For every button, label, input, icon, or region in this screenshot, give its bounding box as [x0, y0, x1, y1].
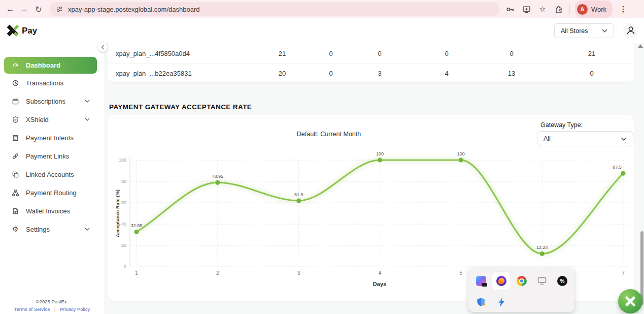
dashboard-gauge-icon	[11, 61, 19, 70]
security-shield-warning-icon[interactable]	[476, 297, 486, 307]
linked-accounts-overlap-icon	[11, 170, 19, 178]
terms-of-service-link[interactable]: Terms of Service	[14, 306, 50, 312]
table-cell: 21	[577, 49, 607, 57]
xshield-shield-icon	[11, 115, 19, 123]
chevron-down-icon	[602, 29, 607, 33]
person-icon	[626, 25, 636, 36]
store-selector-value: All Stores	[561, 27, 588, 35]
system-tray-popup: %	[468, 268, 574, 312]
sidebar-item-xshield[interactable]: XShield	[0, 110, 104, 129]
plan-id: xpay_plan_...4f5850a0d4	[116, 49, 190, 57]
svg-text:60: 60	[121, 200, 126, 205]
address-bar[interactable]: xpay-app-stage.postexglobal.com/dashboar…	[50, 2, 499, 16]
plan-id: xpay_plan_...b22ea35831	[116, 70, 192, 77]
url-text: xpay-app-stage.postexglobal.com/dashboar…	[68, 6, 199, 13]
svg-text:100: 100	[376, 151, 384, 156]
xpay-x-mark-icon	[6, 24, 20, 38]
payment-links-link-icon	[11, 152, 19, 160]
transactions-clock-icon	[11, 79, 19, 87]
sidebar-item-label: Settings	[26, 226, 50, 233]
site-permissions-icon	[56, 6, 63, 13]
firefox-nightly-icon[interactable]	[496, 276, 506, 286]
display-device-icon[interactable]	[537, 276, 547, 286]
sidebar-item-label: Linked Accounts	[26, 171, 74, 178]
wallet-invoices-file-icon	[11, 207, 19, 215]
browser-back-button[interactable]: ←	[3, 2, 17, 16]
svg-text:32.65: 32.65	[131, 223, 143, 228]
sidebar-footer: ©2025 PostEx. Terms of Service | Privacy…	[0, 299, 104, 312]
svg-text:12.24: 12.24	[536, 245, 548, 250]
password-manager-icon[interactable]	[504, 4, 516, 15]
sidebar-collapse-button[interactable]	[98, 42, 108, 52]
table-cell: 21	[267, 49, 297, 57]
plans-table-card: xpay_plan_...4f5850a0d4 21 0 0 0 0 21 xp…	[108, 43, 634, 82]
svg-text:100: 100	[119, 158, 126, 163]
sidebar-item-linked-accounts[interactable]: Linked Accounts	[0, 165, 104, 183]
svg-text:Acceptance Rate (%): Acceptance Rate (%)	[115, 190, 120, 237]
svg-text:100: 100	[457, 151, 465, 156]
colorful-app-icon[interactable]	[476, 276, 486, 286]
xpay-chat-fab[interactable]	[618, 289, 642, 313]
toolbar-divider	[569, 5, 570, 14]
sidebar-item-transactions[interactable]: Transactions	[0, 74, 104, 92]
sidebar-item-label: Dashboard	[26, 61, 60, 69]
table-cell: 0	[496, 49, 527, 57]
profile-avatar: A	[577, 4, 588, 15]
sidebar-item-payment-links[interactable]: Payment Links	[0, 147, 104, 165]
profile-name: Work	[591, 6, 606, 13]
section-title: PAYMENT GATEWAY ACCEPTANCE RATE	[109, 103, 252, 111]
blue-bolt-app-icon[interactable]	[496, 297, 506, 307]
sidebar-item-payment-routing[interactable]: Payment Routing	[0, 183, 104, 202]
copyright-text: ©2025 PostEx.	[0, 299, 104, 304]
table-cell: 3	[364, 70, 395, 77]
xpay-logo: Pay	[6, 24, 37, 38]
chevron-down-icon	[85, 100, 90, 103]
svg-text:Days: Days	[373, 281, 386, 287]
sidebar-item-settings[interactable]: ⚙ Settings	[0, 220, 104, 238]
browser-menu-icon[interactable]: ⋮	[618, 4, 629, 15]
brand-text: Pay	[22, 26, 37, 36]
svg-text:87.5: 87.5	[613, 165, 622, 170]
table-cell: 4	[431, 70, 462, 77]
sidebar-item-subscriptions[interactable]: Subscriptions	[0, 92, 104, 110]
user-profile-button[interactable]	[623, 23, 638, 38]
browser-refresh-button[interactable]: ↻	[31, 2, 46, 16]
browser-toolbar: ← → ↻ xpay-app-stage.postexglobal.com/da…	[0, 0, 644, 18]
sidebar-item-label: Payment Intents	[26, 134, 74, 142]
black-circle-app-icon[interactable]: %	[557, 276, 567, 286]
sidebar-item-label: Payment Links	[26, 152, 69, 160]
sidebar-item-wallet-invoices[interactable]: Wallet Invoices	[0, 202, 104, 220]
sidebar: Dashboard Transactions Subscriptions XSh…	[0, 43, 104, 314]
sidebar-item-dashboard[interactable]: Dashboard	[4, 57, 97, 74]
browser-forward-button[interactable]: →	[17, 2, 31, 16]
svg-text:4: 4	[379, 270, 382, 276]
chrome-icon[interactable]	[517, 276, 527, 286]
table-cell: 0	[364, 49, 395, 57]
scrollbar-thumb[interactable]	[640, 231, 643, 305]
extensions-icon[interactable]	[553, 4, 564, 15]
sidebar-item-payment-intents[interactable]: Payment Intents	[0, 129, 104, 147]
table-cell: 13	[496, 70, 527, 77]
store-selector[interactable]: All Stores	[554, 23, 614, 38]
sidebar-item-label: Payment Routing	[26, 189, 77, 197]
svg-text:2: 2	[216, 270, 219, 276]
chevron-down-icon	[85, 118, 90, 121]
svg-text:1: 1	[135, 270, 138, 276]
svg-text:3: 3	[297, 270, 300, 276]
scrollbar-up-arrow[interactable]	[638, 44, 643, 48]
table-cell: 0	[431, 49, 462, 57]
svg-text:61.9: 61.9	[294, 192, 303, 197]
table-cell: 0	[577, 70, 607, 77]
chevron-down-icon	[85, 228, 90, 231]
bookmark-star-icon[interactable]: ☆	[537, 4, 548, 15]
payment-routing-hierarchy-icon	[11, 189, 19, 197]
table-cell: 0	[316, 49, 346, 57]
subscriptions-calendar-icon	[11, 97, 19, 105]
table-row: xpay_plan_...4f5850a0d4 21 0 0 0 0 21	[108, 43, 634, 63]
install-app-icon[interactable]	[521, 4, 532, 15]
footer-separator: |	[54, 306, 55, 312]
svg-text:78.95: 78.95	[212, 174, 224, 179]
svg-text:40: 40	[121, 222, 126, 227]
browser-profile-chip[interactable]: A Work	[575, 1, 613, 18]
privacy-policy-link[interactable]: Privacy Policy	[60, 306, 90, 312]
